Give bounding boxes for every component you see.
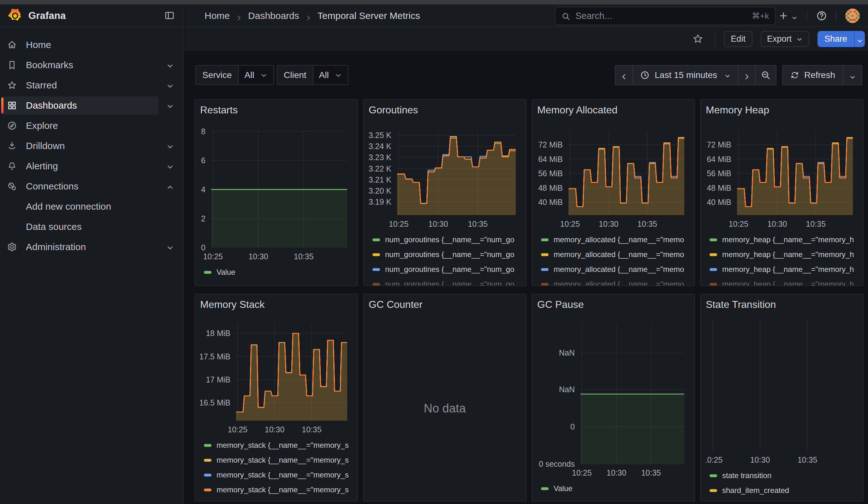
star-icon (7, 80, 17, 90)
legend-series-label: memory_stack {__name__="memory_s (217, 471, 349, 480)
sidebar-item-label: Home (26, 40, 51, 50)
legend-item[interactable]: memory_heap {__name__="memory_h (710, 279, 854, 286)
y-tick-label: 0 (570, 422, 575, 431)
sidebar-header: Grafana (0, 4, 183, 27)
chevron-down-icon[interactable] (166, 61, 174, 69)
legend-series-label: memory_allocated {__name__="memo (554, 265, 684, 274)
sidebar-item-label: Connections (26, 181, 79, 192)
breadcrumb-separator-icon (236, 12, 242, 19)
legend-item[interactable]: memory_stack {__name__="memory_s (204, 455, 349, 465)
legend-item[interactable]: memory_heap {__name__="memory_h (710, 249, 854, 260)
legend-item[interactable]: shard_item_created (710, 485, 789, 496)
share-menu-button[interactable] (854, 31, 865, 47)
share-button[interactable]: Share (817, 31, 854, 47)
panel-inner: Memory Heap72 MiB64 MiB56 MiB48 MiB40 Mi… (706, 100, 858, 286)
sidebar-item-add-new-connection[interactable]: Add new connection (0, 196, 183, 217)
sidebar-item-connections[interactable]: Connections (0, 176, 183, 196)
y-tick-label: 0 (201, 243, 206, 252)
legend-item[interactable]: memory_allocated {__name__="memo (541, 249, 684, 260)
y-tick-label: 64 MiB (707, 154, 731, 164)
sidebar-item-starred[interactable]: Starred (0, 75, 183, 95)
sidebar-item-administration[interactable]: Administration (0, 237, 183, 257)
legend-series-label: state transition (722, 471, 772, 480)
time-shift-back-button[interactable] (616, 66, 632, 85)
sidebar-item-dashboards[interactable]: Dashboards (0, 95, 183, 116)
legend-item[interactable]: memory_stack {__name__="memory_s (204, 484, 349, 495)
breadcrumb-item-home[interactable]: Home (205, 10, 230, 21)
y-tick-label: 17.5 MiB (200, 352, 230, 361)
refresh-group: Refresh (782, 65, 862, 85)
panel-inner: Memory Allocated72 MiB64 MiB56 MiB48 MiB… (537, 100, 689, 286)
service-variable-label[interactable]: Service (196, 66, 239, 84)
chevron-down-icon[interactable] (166, 243, 174, 251)
legend-item[interactable]: num_goroutines {__name__="num_go (372, 279, 515, 286)
legend-series-marker (710, 283, 717, 286)
y-tick-label: 0 seconds (539, 460, 575, 469)
service-variable-select[interactable]: All (239, 66, 273, 84)
legend-item[interactable]: memory_stack {__name__="memory_s (204, 440, 349, 451)
legend-series-marker (541, 238, 549, 241)
dashboard-toolbar-actions: Edit Export Share (692, 27, 865, 51)
star-dashboard-icon[interactable] (692, 33, 704, 44)
legend-item[interactable]: memory_stack {__name__="memory_s (204, 470, 349, 480)
legend-item[interactable]: Value (541, 483, 572, 494)
active-item-highlight (1, 96, 158, 115)
sidebar-item-alerting[interactable]: Alerting (0, 156, 183, 176)
y-tick-label: 3.24 K (369, 142, 391, 151)
help-icon[interactable] (816, 10, 827, 21)
breadcrumb-item-dashboards[interactable]: Dashboards (248, 10, 299, 21)
legend-series-label: memory_heap {__name__="memory_h (722, 250, 854, 259)
chevron-down-icon[interactable] (166, 81, 174, 89)
brand-name: Grafana (28, 10, 66, 21)
legend-item[interactable]: memory_allocated {__name__="memo (541, 279, 684, 286)
sidebar-item-drilldown[interactable]: Drilldown (0, 136, 183, 156)
new-button[interactable] (778, 11, 798, 21)
legend-item[interactable]: num_goroutines {__name__="num_go (372, 234, 515, 245)
legend-item[interactable]: num_goroutines {__name__="num_go (372, 264, 515, 275)
time-shift-forward-button[interactable] (738, 66, 755, 85)
sidebar-collapse-icon[interactable] (164, 10, 175, 21)
avatar[interactable] (845, 9, 860, 23)
panel-inner: State Transition10:2510:3010:35state tra… (706, 294, 858, 501)
edit-button[interactable]: Edit (724, 31, 753, 47)
legend-series-label: num_goroutines {__name__="num_go (385, 250, 515, 259)
client-variable-label[interactable]: Client (277, 66, 313, 84)
chevron-down-icon[interactable] (166, 101, 174, 110)
zoom-out-time-button[interactable] (755, 66, 776, 85)
legend-item[interactable]: num_goroutines {__name__="num_go (372, 249, 515, 260)
sidebar-item-data-sources[interactable]: Data sources (0, 217, 183, 237)
refresh-button[interactable]: Refresh (783, 66, 843, 85)
compass-icon (7, 121, 17, 131)
legend-item[interactable]: Value (204, 267, 236, 278)
search-placeholder: Search... (576, 11, 752, 21)
time-range-label: Last 15 minutes (655, 70, 717, 80)
legend-series-label: memory_heap {__name__="memory_h (722, 235, 854, 244)
grafana-logo-icon[interactable] (8, 9, 22, 23)
refresh-interval-button[interactable] (843, 66, 862, 85)
legend-item[interactable]: memory_heap {__name__="memory_h (710, 264, 854, 275)
legend-item[interactable]: state transition (710, 470, 772, 481)
legend-item[interactable]: memory_allocated {__name__="memo (541, 234, 684, 245)
chevron-down-icon[interactable] (166, 162, 174, 170)
y-tick-label: 3.25 K (369, 131, 391, 140)
share-split-button: Share (817, 31, 865, 47)
legend-series-label: Value (554, 484, 572, 493)
panel-title-gc-counter[interactable]: GC Counter (369, 299, 423, 310)
chevron-up-icon[interactable] (166, 182, 174, 191)
search-input[interactable]: Search... ⌘+k (555, 7, 776, 25)
client-variable-select[interactable]: All (313, 66, 348, 84)
sidebar-item-explore[interactable]: Explore (0, 116, 183, 136)
legend-item[interactable]: memory_allocated {__name__="memo (541, 264, 684, 275)
y-tick-label: 72 MiB (707, 140, 731, 150)
sidebar-item-home[interactable]: Home (0, 35, 183, 55)
x-tick-label: 10:35 (798, 455, 817, 464)
sidebar: Grafana HomeBookmarksStarredDashboardsEx… (0, 4, 184, 504)
x-tick-label: 10:30 (750, 455, 770, 464)
chevron-down-icon[interactable] (166, 142, 174, 150)
legend-series-label: memory_allocated {__name__="memo (554, 250, 684, 259)
time-range-picker[interactable]: Last 15 minutes (632, 66, 738, 85)
sidebar-item-bookmarks[interactable]: Bookmarks (0, 55, 183, 75)
legend-item[interactable]: memory_heap {__name__="memory_h (710, 234, 854, 245)
export-button[interactable]: Export (761, 31, 809, 47)
y-tick-label: 56 MiB (538, 169, 563, 178)
